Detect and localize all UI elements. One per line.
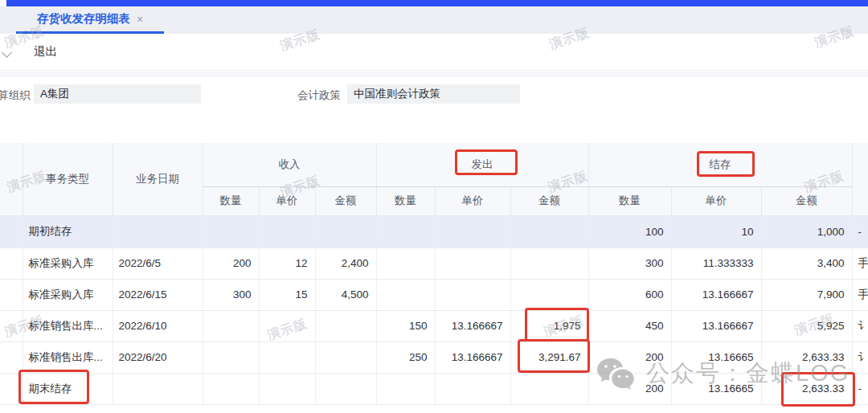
table-cell[interactable]: 1,975: [510, 310, 588, 341]
table-cell[interactable]: [435, 247, 510, 279]
table-cell[interactable]: 300: [588, 247, 671, 279]
exit-button[interactable]: 退出: [31, 43, 60, 61]
table-cell[interactable]: [259, 215, 315, 247]
table-cell[interactable]: [510, 247, 588, 279]
inventory-detail-table: 事务类型 业务日期 收入 发出 结存 数量 单价 金额 数量 单价 金额 数量 …: [0, 143, 868, 405]
table-cell[interactable]: 450: [588, 310, 671, 341]
header-receipt-price: 单价: [259, 186, 315, 215]
table-cell[interactable]: [315, 373, 376, 404]
table-cell: 讠: [852, 310, 868, 341]
header-group-balance: 结存: [588, 143, 852, 186]
table-cell[interactable]: 2022/6/5: [113, 247, 203, 279]
table-cell[interactable]: [259, 373, 315, 404]
table-cell[interactable]: [315, 215, 376, 247]
header-filler-right: [852, 143, 868, 215]
table-cell[interactable]: 300: [203, 279, 259, 310]
table-cell[interactable]: 2022/6/10: [113, 310, 203, 341]
table-cell[interactable]: 600: [588, 279, 671, 310]
org-field[interactable]: [34, 84, 201, 104]
tab-title: 存货收发存明细表: [37, 11, 130, 27]
table-cell[interactable]: [376, 279, 435, 310]
header-issue-qty: 数量: [376, 186, 435, 215]
table-cell[interactable]: 标准采购入库: [23, 247, 113, 279]
table-cell[interactable]: [376, 215, 435, 247]
table-cell[interactable]: [315, 310, 376, 341]
table-cell[interactable]: 100: [588, 215, 671, 247]
table-row[interactable]: 期末结存20013.166652,633.33-: [0, 373, 868, 404]
table-cell[interactable]: 12: [259, 247, 315, 279]
table-cell: 讠: [852, 341, 868, 373]
table-cell[interactable]: 1,000: [761, 215, 852, 247]
table-row[interactable]: 标准采购入库2022/6/15300154,50060013.1666677,9…: [0, 279, 868, 310]
policy-field[interactable]: [347, 84, 520, 104]
table-cell: [0, 279, 23, 310]
table-row[interactable]: 期初结存100101,000-: [0, 215, 868, 247]
table-cell[interactable]: [376, 373, 435, 404]
header-receipt-amount: 金额: [315, 186, 376, 215]
table-cell[interactable]: 期初结存: [23, 215, 113, 247]
table-cell: [0, 247, 23, 279]
chevron-down-icon[interactable]: [3, 48, 13, 58]
tab-inventory-report[interactable]: 存货收发存明细表 ×: [16, 6, 164, 34]
table-cell[interactable]: [259, 310, 315, 341]
toolbar-divider: [0, 72, 868, 77]
table-cell[interactable]: [510, 373, 588, 404]
table-cell: -: [852, 373, 868, 404]
table-cell[interactable]: 4,500: [315, 279, 376, 310]
table-cell: 手: [852, 279, 868, 310]
policy-label: 会计政策: [297, 88, 341, 103]
table-cell[interactable]: [113, 373, 203, 404]
table-cell[interactable]: 2,400: [315, 247, 376, 279]
table-cell[interactable]: 2022/6/15: [113, 279, 203, 310]
table-cell[interactable]: 11.333333: [671, 247, 761, 279]
table-cell[interactable]: 3,400: [761, 247, 852, 279]
table-cell: [0, 310, 23, 341]
table-cell[interactable]: [203, 373, 259, 404]
table-cell[interactable]: [203, 310, 259, 341]
table-cell[interactable]: 标准销售出库...: [23, 310, 113, 341]
header-issue-price: 单价: [435, 186, 510, 215]
table-cell[interactable]: 13.166667: [671, 279, 761, 310]
filter-row: 核算组织 会计政策: [0, 84, 868, 108]
table-cell[interactable]: 10: [671, 215, 761, 247]
table-row[interactable]: 标准销售出库...2022/6/1015013.1666671,97545013…: [0, 310, 868, 341]
table-row[interactable]: 标准采购入库2022/6/5200122,40030011.3333333,40…: [0, 247, 868, 279]
table-cell[interactable]: 15: [259, 279, 315, 310]
table-cell[interactable]: 13.166667: [671, 310, 761, 341]
table-cell[interactable]: 标准销售出库...: [23, 341, 113, 373]
close-icon[interactable]: ×: [137, 14, 143, 25]
toolbar: 退出: [0, 34, 868, 71]
table-cell[interactable]: 200: [588, 373, 671, 404]
table-cell[interactable]: 3,291.67: [510, 341, 588, 373]
table-cell[interactable]: 200: [588, 341, 671, 373]
table-cell[interactable]: 200: [203, 247, 259, 279]
header-business-date: 业务日期: [113, 143, 203, 215]
table-cell[interactable]: 期末结存: [23, 373, 113, 404]
table-cell[interactable]: [510, 215, 588, 247]
table-cell[interactable]: [376, 247, 435, 279]
table-cell[interactable]: [113, 215, 203, 247]
table-cell[interactable]: [435, 215, 510, 247]
table-cell[interactable]: 5,925: [761, 310, 852, 341]
header-transaction-type: 事务类型: [23, 143, 113, 215]
table-cell[interactable]: 250: [376, 341, 435, 373]
table-cell[interactable]: 2022/6/20: [113, 341, 203, 373]
table-cell[interactable]: [259, 341, 315, 373]
table-cell[interactable]: 标准采购入库: [23, 279, 113, 310]
table-cell[interactable]: [435, 373, 510, 404]
table-cell[interactable]: [203, 341, 259, 373]
table-cell[interactable]: 13.166667: [435, 310, 510, 341]
table-cell[interactable]: [435, 279, 510, 310]
table-cell[interactable]: [510, 279, 588, 310]
table-cell[interactable]: [203, 215, 259, 247]
org-label: 核算组织: [0, 88, 31, 103]
table-cell[interactable]: 13.16665: [671, 341, 761, 373]
table-cell[interactable]: 150: [376, 310, 435, 341]
table-cell[interactable]: 7,900: [761, 279, 852, 310]
table-cell[interactable]: 2,633.33: [761, 341, 852, 373]
table-cell[interactable]: 13.166667: [435, 341, 510, 373]
table-row[interactable]: 标准销售出库...2022/6/2025013.1666673,291.6720…: [0, 341, 868, 373]
table-cell[interactable]: [315, 341, 376, 373]
table-cell[interactable]: 2,633.33: [761, 373, 852, 404]
table-cell[interactable]: 13.16665: [671, 373, 761, 404]
